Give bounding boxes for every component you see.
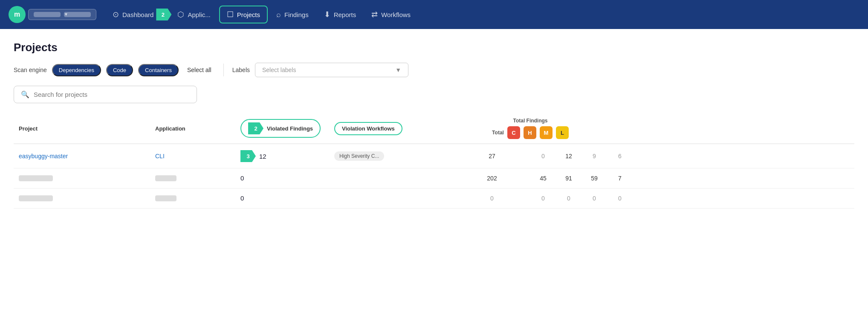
search-input[interactable] <box>34 91 190 98</box>
step-2-badge: 2 <box>248 122 263 134</box>
filter-code[interactable]: Code <box>106 64 133 76</box>
filter-containers[interactable]: Containers <box>138 64 179 76</box>
l-cell: 7 <box>607 175 633 182</box>
nav-findings[interactable]: ⌕ Findings <box>269 7 315 23</box>
col-violated-findings: 2 Violated Findings <box>240 119 334 138</box>
search-container: 🔍 <box>14 86 197 103</box>
nav-logo: m <box>9 6 26 23</box>
labels-select[interactable]: Select labels ▼ <box>255 63 408 77</box>
h-cell: 91 <box>556 175 582 182</box>
h-cell: 0 <box>556 195 582 202</box>
findings-icon: ⌕ <box>276 10 281 19</box>
blurred-app <box>155 175 176 181</box>
violated-count: 0 <box>240 194 244 202</box>
select-all-button[interactable]: Select all <box>184 64 215 75</box>
col-project: Project <box>19 125 155 132</box>
blurred-project <box>19 195 53 201</box>
application-cell <box>155 175 240 181</box>
blurred-project <box>19 175 53 181</box>
search-icon: 🔍 <box>21 90 29 99</box>
m-cell: 59 <box>582 175 607 182</box>
sev-m-badge: M <box>540 126 553 139</box>
violated-count: 12 <box>259 153 266 160</box>
application-cell: CLI <box>155 152 240 160</box>
table-header: Project Application 2 Violated Findings … <box>14 113 854 144</box>
filter-dependencies[interactable]: Dependencies <box>52 64 101 76</box>
step-1-badge: 2 <box>156 9 171 20</box>
step-3-badge: 3 <box>240 150 256 162</box>
table-row: easybuggy-master CLI 3 12 High Severity … <box>14 144 854 168</box>
nav-projects[interactable]: ☐ Projects <box>219 6 268 23</box>
violated-count: 0 <box>240 174 244 182</box>
violated-count-cell: 0 <box>240 194 334 202</box>
chevron-down-icon: ▼ <box>64 12 91 17</box>
nav-items: ⊙ Dashboard 2 ⬡ Applic... ☐ Projects ⌕ F… <box>106 6 859 23</box>
m-cell: 9 <box>582 153 607 160</box>
projects-icon: ☐ <box>227 10 234 19</box>
filters-row: Scan engine Dependencies Code Containers… <box>14 63 854 77</box>
col-total-findings: Total Findings Total C H M L <box>454 118 607 139</box>
application-link[interactable]: CLI <box>155 153 165 160</box>
project-name-cell <box>19 175 155 181</box>
blurred-app <box>155 195 176 201</box>
navbar: m ▼ ⊙ Dashboard 2 ⬡ Applic... ☐ Projects… <box>0 0 868 29</box>
nav-workflows[interactable]: ⇄ Workflows <box>365 6 417 23</box>
total-cell: 0 <box>454 195 530 202</box>
table-row: 0 0 0 0 0 0 <box>14 189 854 209</box>
severity-badges: Total C H M L <box>492 126 569 139</box>
main-content: Projects Scan engine Dependencies Code C… <box>0 29 868 325</box>
workflows-icon: ⇄ <box>371 10 378 19</box>
violated-count-cell: 0 <box>240 174 334 182</box>
h-cell: 12 <box>556 153 582 160</box>
application-cell <box>155 195 240 201</box>
reports-icon: ⬇ <box>324 10 330 19</box>
nav-dashboard[interactable]: ⊙ Dashboard <box>106 6 160 23</box>
l-cell: 6 <box>607 153 633 160</box>
total-cell: 202 <box>454 175 530 182</box>
l-cell: 0 <box>607 195 633 202</box>
dashboard-icon: ⊙ <box>113 10 119 19</box>
c-cell: 45 <box>530 175 556 182</box>
labels-placeholder: Select labels <box>262 67 296 73</box>
c-cell: 0 <box>530 153 556 160</box>
project-name-cell <box>19 195 155 201</box>
m-cell: 0 <box>582 195 607 202</box>
labels-label: Labels <box>232 67 250 73</box>
sev-l-badge: L <box>556 126 569 139</box>
total-cell: 27 <box>454 153 530 160</box>
violated-count-cell: 3 12 <box>240 150 334 162</box>
c-cell: 0 <box>530 195 556 202</box>
table-row: 0 202 45 91 59 7 <box>14 168 854 189</box>
org-selector[interactable]: ▼ <box>28 9 96 20</box>
col-application: Application <box>155 125 240 132</box>
project-name-cell: easybuggy-master <box>19 152 155 160</box>
sev-h-badge: H <box>524 126 536 139</box>
col-violation-workflows: Violation Workflows <box>334 122 454 135</box>
workflow-tag-cell: High Severity C... <box>334 151 454 161</box>
nav-reports[interactable]: ⬇ Reports <box>317 6 363 23</box>
page-title: Projects <box>14 41 854 54</box>
nav-applications[interactable]: 2 ⬡ Applic... <box>162 6 217 23</box>
projects-table: Project Application 2 Violated Findings … <box>14 113 854 209</box>
chevron-down-icon: ▼ <box>395 67 401 73</box>
applications-icon: ⬡ <box>177 10 184 19</box>
sev-c-badge: C <box>507 126 520 139</box>
total-label: Total <box>492 130 504 136</box>
vertical-divider <box>223 64 224 76</box>
workflow-tag: High Severity C... <box>334 151 384 161</box>
project-link[interactable]: easybuggy-master <box>19 153 68 160</box>
scan-engine-label: Scan engine <box>14 67 47 73</box>
total-findings-label: Total Findings <box>513 118 547 124</box>
